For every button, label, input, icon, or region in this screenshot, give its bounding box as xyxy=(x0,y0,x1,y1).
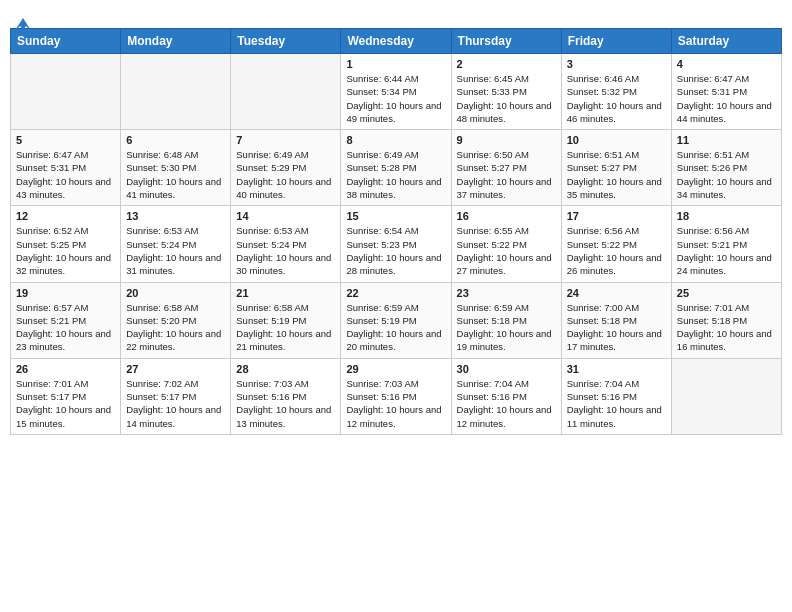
day-info: Sunrise: 6:55 AM Sunset: 5:22 PM Dayligh… xyxy=(457,224,556,277)
day-info: Sunrise: 6:47 AM Sunset: 5:31 PM Dayligh… xyxy=(677,72,776,125)
col-header-monday: Monday xyxy=(121,29,231,54)
day-info: Sunrise: 6:53 AM Sunset: 5:24 PM Dayligh… xyxy=(236,224,335,277)
calendar-cell xyxy=(11,54,121,130)
calendar-cell: 19Sunrise: 6:57 AM Sunset: 5:21 PM Dayli… xyxy=(11,282,121,358)
day-info: Sunrise: 7:04 AM Sunset: 5:16 PM Dayligh… xyxy=(567,377,666,430)
calendar-cell: 8Sunrise: 6:49 AM Sunset: 5:28 PM Daylig… xyxy=(341,130,451,206)
calendar-cell: 5Sunrise: 6:47 AM Sunset: 5:31 PM Daylig… xyxy=(11,130,121,206)
calendar-cell: 15Sunrise: 6:54 AM Sunset: 5:23 PM Dayli… xyxy=(341,206,451,282)
day-info: Sunrise: 6:58 AM Sunset: 5:20 PM Dayligh… xyxy=(126,301,225,354)
day-info: Sunrise: 6:57 AM Sunset: 5:21 PM Dayligh… xyxy=(16,301,115,354)
day-info: Sunrise: 6:47 AM Sunset: 5:31 PM Dayligh… xyxy=(16,148,115,201)
day-info: Sunrise: 6:49 AM Sunset: 5:28 PM Dayligh… xyxy=(346,148,445,201)
day-number: 24 xyxy=(567,287,666,299)
day-number: 11 xyxy=(677,134,776,146)
calendar-cell: 3Sunrise: 6:46 AM Sunset: 5:32 PM Daylig… xyxy=(561,54,671,130)
day-number: 1 xyxy=(346,58,445,70)
calendar-cell: 11Sunrise: 6:51 AM Sunset: 5:26 PM Dayli… xyxy=(671,130,781,206)
day-info: Sunrise: 6:48 AM Sunset: 5:30 PM Dayligh… xyxy=(126,148,225,201)
calendar-cell: 20Sunrise: 6:58 AM Sunset: 5:20 PM Dayli… xyxy=(121,282,231,358)
calendar-cell: 27Sunrise: 7:02 AM Sunset: 5:17 PM Dayli… xyxy=(121,358,231,434)
calendar-cell xyxy=(121,54,231,130)
day-info: Sunrise: 6:51 AM Sunset: 5:26 PM Dayligh… xyxy=(677,148,776,201)
day-number: 29 xyxy=(346,363,445,375)
col-header-thursday: Thursday xyxy=(451,29,561,54)
calendar-header-row: SundayMondayTuesdayWednesdayThursdayFrid… xyxy=(11,29,782,54)
calendar-cell: 12Sunrise: 6:52 AM Sunset: 5:25 PM Dayli… xyxy=(11,206,121,282)
day-number: 26 xyxy=(16,363,115,375)
day-number: 30 xyxy=(457,363,556,375)
day-number: 22 xyxy=(346,287,445,299)
day-info: Sunrise: 6:59 AM Sunset: 5:19 PM Dayligh… xyxy=(346,301,445,354)
logo-bird-icon xyxy=(14,18,32,32)
day-info: Sunrise: 7:01 AM Sunset: 5:17 PM Dayligh… xyxy=(16,377,115,430)
calendar-cell: 4Sunrise: 6:47 AM Sunset: 5:31 PM Daylig… xyxy=(671,54,781,130)
calendar-cell: 17Sunrise: 6:56 AM Sunset: 5:22 PM Dayli… xyxy=(561,206,671,282)
calendar-week-row: 1Sunrise: 6:44 AM Sunset: 5:34 PM Daylig… xyxy=(11,54,782,130)
calendar-cell: 24Sunrise: 7:00 AM Sunset: 5:18 PM Dayli… xyxy=(561,282,671,358)
page-header xyxy=(10,10,782,22)
calendar-cell: 31Sunrise: 7:04 AM Sunset: 5:16 PM Dayli… xyxy=(561,358,671,434)
day-number: 25 xyxy=(677,287,776,299)
day-info: Sunrise: 7:03 AM Sunset: 5:16 PM Dayligh… xyxy=(346,377,445,430)
day-info: Sunrise: 7:03 AM Sunset: 5:16 PM Dayligh… xyxy=(236,377,335,430)
day-number: 31 xyxy=(567,363,666,375)
day-number: 9 xyxy=(457,134,556,146)
calendar-cell: 16Sunrise: 6:55 AM Sunset: 5:22 PM Dayli… xyxy=(451,206,561,282)
calendar-cell: 30Sunrise: 7:04 AM Sunset: 5:16 PM Dayli… xyxy=(451,358,561,434)
calendar-cell: 9Sunrise: 6:50 AM Sunset: 5:27 PM Daylig… xyxy=(451,130,561,206)
day-number: 21 xyxy=(236,287,335,299)
calendar-cell: 10Sunrise: 6:51 AM Sunset: 5:27 PM Dayli… xyxy=(561,130,671,206)
calendar-cell xyxy=(231,54,341,130)
day-number: 14 xyxy=(236,210,335,222)
day-number: 17 xyxy=(567,210,666,222)
day-number: 6 xyxy=(126,134,225,146)
day-info: Sunrise: 7:01 AM Sunset: 5:18 PM Dayligh… xyxy=(677,301,776,354)
day-info: Sunrise: 6:45 AM Sunset: 5:33 PM Dayligh… xyxy=(457,72,556,125)
day-number: 23 xyxy=(457,287,556,299)
day-info: Sunrise: 6:46 AM Sunset: 5:32 PM Dayligh… xyxy=(567,72,666,125)
day-info: Sunrise: 6:56 AM Sunset: 5:21 PM Dayligh… xyxy=(677,224,776,277)
calendar-table: SundayMondayTuesdayWednesdayThursdayFrid… xyxy=(10,28,782,435)
day-number: 13 xyxy=(126,210,225,222)
calendar-week-row: 26Sunrise: 7:01 AM Sunset: 5:17 PM Dayli… xyxy=(11,358,782,434)
calendar-week-row: 12Sunrise: 6:52 AM Sunset: 5:25 PM Dayli… xyxy=(11,206,782,282)
day-info: Sunrise: 6:53 AM Sunset: 5:24 PM Dayligh… xyxy=(126,224,225,277)
calendar-week-row: 19Sunrise: 6:57 AM Sunset: 5:21 PM Dayli… xyxy=(11,282,782,358)
col-header-tuesday: Tuesday xyxy=(231,29,341,54)
calendar-cell: 26Sunrise: 7:01 AM Sunset: 5:17 PM Dayli… xyxy=(11,358,121,434)
col-header-sunday: Sunday xyxy=(11,29,121,54)
calendar-cell: 25Sunrise: 7:01 AM Sunset: 5:18 PM Dayli… xyxy=(671,282,781,358)
svg-marker-0 xyxy=(14,18,32,32)
calendar-cell: 23Sunrise: 6:59 AM Sunset: 5:18 PM Dayli… xyxy=(451,282,561,358)
day-number: 19 xyxy=(16,287,115,299)
day-info: Sunrise: 7:02 AM Sunset: 5:17 PM Dayligh… xyxy=(126,377,225,430)
day-info: Sunrise: 6:51 AM Sunset: 5:27 PM Dayligh… xyxy=(567,148,666,201)
day-number: 27 xyxy=(126,363,225,375)
day-info: Sunrise: 6:50 AM Sunset: 5:27 PM Dayligh… xyxy=(457,148,556,201)
day-number: 7 xyxy=(236,134,335,146)
col-header-saturday: Saturday xyxy=(671,29,781,54)
day-number: 3 xyxy=(567,58,666,70)
day-number: 18 xyxy=(677,210,776,222)
day-info: Sunrise: 7:04 AM Sunset: 5:16 PM Dayligh… xyxy=(457,377,556,430)
day-number: 16 xyxy=(457,210,556,222)
day-info: Sunrise: 6:59 AM Sunset: 5:18 PM Dayligh… xyxy=(457,301,556,354)
calendar-cell: 28Sunrise: 7:03 AM Sunset: 5:16 PM Dayli… xyxy=(231,358,341,434)
day-info: Sunrise: 7:00 AM Sunset: 5:18 PM Dayligh… xyxy=(567,301,666,354)
day-number: 5 xyxy=(16,134,115,146)
col-header-friday: Friday xyxy=(561,29,671,54)
calendar-cell: 21Sunrise: 6:58 AM Sunset: 5:19 PM Dayli… xyxy=(231,282,341,358)
calendar-cell: 22Sunrise: 6:59 AM Sunset: 5:19 PM Dayli… xyxy=(341,282,451,358)
calendar-cell: 2Sunrise: 6:45 AM Sunset: 5:33 PM Daylig… xyxy=(451,54,561,130)
day-number: 4 xyxy=(677,58,776,70)
calendar-cell: 1Sunrise: 6:44 AM Sunset: 5:34 PM Daylig… xyxy=(341,54,451,130)
day-info: Sunrise: 6:49 AM Sunset: 5:29 PM Dayligh… xyxy=(236,148,335,201)
calendar-cell: 6Sunrise: 6:48 AM Sunset: 5:30 PM Daylig… xyxy=(121,130,231,206)
calendar-week-row: 5Sunrise: 6:47 AM Sunset: 5:31 PM Daylig… xyxy=(11,130,782,206)
calendar-cell xyxy=(671,358,781,434)
day-info: Sunrise: 6:52 AM Sunset: 5:25 PM Dayligh… xyxy=(16,224,115,277)
day-number: 12 xyxy=(16,210,115,222)
day-info: Sunrise: 6:58 AM Sunset: 5:19 PM Dayligh… xyxy=(236,301,335,354)
calendar-cell: 13Sunrise: 6:53 AM Sunset: 5:24 PM Dayli… xyxy=(121,206,231,282)
